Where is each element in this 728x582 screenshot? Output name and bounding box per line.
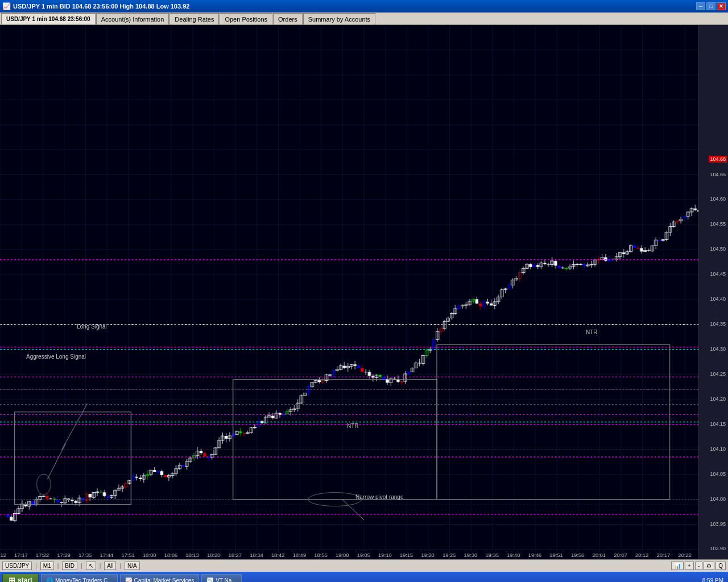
chart-control-2[interactable]: + (685, 562, 694, 570)
chart-control-5[interactable]: Q (715, 562, 726, 570)
window-controls: ─ □ ✕ (696, 2, 726, 10)
taskbar-app-2[interactable]: 📈 Capital Market Services (120, 574, 200, 582)
close-button[interactable]: ✕ (717, 2, 726, 10)
system-tray: 8:59 PM (702, 577, 726, 583)
tab-bar: USD/JPY 1 min 104.68 23:56:00 Account(s)… (0, 13, 728, 25)
app3-icon: 📉 (206, 577, 213, 583)
chart-control-3[interactable]: - (695, 562, 702, 570)
window-title: USD/JPY 1 min BID 104.68 23:56:00 High 1… (13, 3, 189, 10)
timeframe-display: M1 (40, 562, 54, 570)
minimize-button[interactable]: ─ (696, 2, 705, 10)
tab-summary-accounts[interactable]: Summary by Accounts (303, 13, 375, 24)
windows-logo-icon: ⊞ (9, 576, 15, 582)
price-label: 104.10 (709, 446, 727, 452)
price-label: 104.45 (709, 271, 727, 277)
price-label: 104.30 (709, 346, 727, 352)
app1-icon: 🌐 (46, 577, 53, 583)
price-label: 103.95 (709, 521, 727, 527)
clock-time: 8:59 PM (702, 577, 723, 583)
price-label: 104.00 (709, 496, 727, 502)
price-label: 104.60 (709, 196, 727, 202)
bid-type-display: BID (62, 562, 77, 570)
title-text: 📈 USD/JPY 1 min BID 104.68 23:56:00 High… (2, 2, 189, 10)
app2-icon: 📈 (125, 577, 132, 583)
price-label: 104.65 (709, 171, 727, 178)
zoom-display[interactable]: All (104, 562, 116, 570)
chart-canvas[interactable] (0, 25, 728, 559)
price-label: 104.05 (709, 471, 727, 477)
tab-chart-info[interactable]: USD/JPY 1 min 104.68 23:56:00 (1, 13, 96, 24)
price-label: 104.40 (709, 296, 727, 302)
taskbar-app-1[interactable]: 🌐 MoneyTec Traders C... (41, 574, 118, 582)
tab-accounts-info[interactable]: Account(s) Information (96, 13, 169, 24)
chart-control-1[interactable]: 📊 (671, 562, 684, 570)
start-button[interactable]: ⊞ start (2, 573, 39, 582)
tab-open-positions[interactable]: Open Positions (220, 13, 272, 24)
title-bar: 📈 USD/JPY 1 min BID 104.68 23:56:00 High… (0, 0, 728, 13)
price-label: 103.90 (709, 545, 727, 552)
taskbar-app-3[interactable]: 📉 VT Na... (201, 574, 242, 582)
bottom-status-bar: USD/JPY | M1 | BID | ↖ | All | N/A 📊 + -… (0, 559, 728, 572)
price-label: 104.15 (709, 421, 727, 427)
price-label: 104.68 (709, 156, 727, 163)
taskbar: ⊞ start 🌐 MoneyTec Traders C... 📈 Capita… (0, 572, 728, 582)
chart-container: 104.68104.65104.60104.55104.50104.45104.… (0, 25, 728, 559)
tab-orders[interactable]: Orders (273, 13, 303, 24)
symbol-display: USD/JPY (2, 562, 32, 570)
tab-dealing-rates[interactable]: Dealing Rates (169, 13, 219, 24)
maximize-button[interactable]: □ (706, 2, 715, 10)
price-label: 104.35 (709, 321, 727, 327)
price-label: 104.55 (709, 221, 727, 227)
price-label: 104.25 (709, 371, 727, 377)
price-label: 104.50 (709, 246, 727, 252)
na-display: N/A (125, 562, 140, 570)
tool-display[interactable]: ↖ (86, 562, 96, 570)
price-label: 104.20 (709, 396, 727, 402)
chart-control-4[interactable]: ⚙ (704, 562, 714, 570)
price-axis: 104.68104.65104.60104.55104.50104.45104.… (698, 25, 728, 559)
